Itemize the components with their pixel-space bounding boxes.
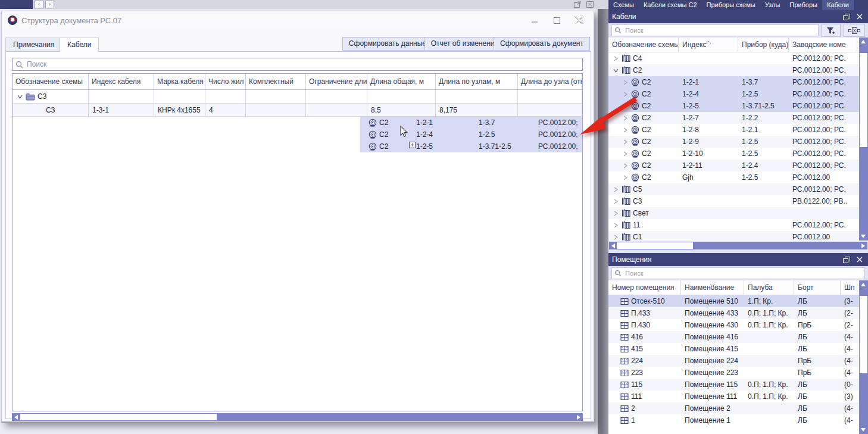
column-header[interactable]: Индекс xyxy=(679,38,738,52)
column-header[interactable]: Индекс кабеля xyxy=(89,74,154,89)
dock-tab-1[interactable]: Схемы xyxy=(608,0,639,10)
dialog-horizontal-scrollbar[interactable] xyxy=(12,413,583,421)
nav-forward-button[interactable]: › xyxy=(45,1,54,8)
dock-tab-2[interactable]: Кабели схемы С2 xyxy=(639,0,702,10)
tree-group-row[interactable]: С3РВ.0122.00; РВ.. xyxy=(608,195,868,207)
room-frames-cell: (4- xyxy=(841,416,857,424)
tree-cable-row[interactable]: С21-2-111-2.4РС.0012.00; РС. xyxy=(608,160,868,171)
dialog-search-input[interactable] xyxy=(26,60,579,69)
dock-tab-5[interactable]: Приборы xyxy=(785,0,822,10)
tree-cable-row[interactable]: С21-2-51-3.71-2.5РС.0012.00; РС. xyxy=(608,100,868,112)
expand-chevron-icon[interactable] xyxy=(612,187,619,192)
expand-chevron-icon[interactable] xyxy=(622,175,629,180)
room-row[interactable]: Отсек-510Помещение 5101.П; Кр.ЛБ(3- xyxy=(608,295,868,307)
tree-cable-row[interactable]: С21-2-81-2.1РС.0012.00; РС. xyxy=(608,124,868,136)
room-frames-text: (4- xyxy=(844,333,853,341)
nav-back-button[interactable]: ‹ xyxy=(35,1,43,8)
column-header[interactable]: Борт xyxy=(794,280,841,295)
column-header[interactable]: Прибор (куда) xyxy=(738,38,789,52)
tree-group-row[interactable]: С4РС.0012.00; РС. xyxy=(608,52,868,64)
tree-group-row[interactable]: С5РС.0012.00; РС. xyxy=(608,183,868,195)
tree-cable-row[interactable]: С21-2-101-2.5РС.0012.00; РС. xyxy=(608,148,868,160)
float-document-icon[interactable] xyxy=(573,1,582,8)
generate-document-button[interactable]: Сформировать документ xyxy=(494,37,590,51)
table-row[interactable]: С31-3-1КНРк 4х165548,58,175 xyxy=(13,104,582,117)
collapse-chevron-icon[interactable] xyxy=(612,68,619,73)
index-cell: 1-2-4 xyxy=(413,130,475,139)
column-header[interactable]: Наименование xyxy=(681,280,744,295)
room-deck-cell: 1.П; Кр. xyxy=(744,297,794,305)
column-header[interactable]: Марка кабеля xyxy=(154,74,205,89)
column-header[interactable]: Число жил xyxy=(205,74,246,89)
room-board-cell: ЛБ xyxy=(794,297,841,305)
close-button[interactable] xyxy=(570,14,588,27)
rooms-search-box[interactable] xyxy=(611,267,865,279)
generate-data-button[interactable]: Сформировать данные xyxy=(342,37,433,51)
room-row[interactable]: 111Помещение 1110.П; 1.П; Кр.ЛБ(3) xyxy=(608,391,868,402)
column-header-text: Обозначение схемы xyxy=(15,77,83,86)
column-header[interactable]: Шп xyxy=(841,280,857,295)
column-header[interactable]: Длина по узлам, м xyxy=(436,74,518,89)
tree-group-row[interactable]: 11РС.0012.00; РС. xyxy=(608,219,868,231)
room-row[interactable]: П.430Помещение 4300.П; 1.П; Кр.ПрБ(2- xyxy=(608,319,868,331)
clear-filter-button[interactable] xyxy=(844,24,865,37)
cables-panel-header: Кабели xyxy=(608,10,868,23)
column-header[interactable]: Ограничение дли xyxy=(306,74,367,89)
room-row[interactable]: 2Помещение 2ЛБ(4- xyxy=(608,402,868,414)
column-header[interactable]: Обозначение схемы xyxy=(13,74,89,89)
dialog-title-bar[interactable]: Структура документа РС.07 xyxy=(2,11,594,29)
float-panel-icon[interactable] xyxy=(842,255,851,264)
tree-group-row[interactable]: С1РС.0012.00 xyxy=(608,231,868,243)
expand-chevron-icon[interactable] xyxy=(612,211,619,216)
expand-chevron-icon[interactable] xyxy=(622,80,629,85)
dock-tab-6[interactable]: Кабели xyxy=(822,0,854,10)
close-document-icon[interactable] xyxy=(586,1,594,8)
dialog-search-box[interactable] xyxy=(12,58,583,71)
tree-cable-row[interactable]: С21-2-91-2.5РС.0012.00; РС. xyxy=(608,136,868,148)
tree-cable-row[interactable]: С2Gjh1-2.5РС.0012.00 xyxy=(608,171,868,183)
expand-chevron-icon[interactable] xyxy=(612,223,619,228)
expand-chevron-icon[interactable] xyxy=(612,235,619,240)
room-row[interactable]: 415Помещение 415ЛБ(4- xyxy=(608,343,868,355)
column-header[interactable]: Номер помещения xyxy=(608,280,681,295)
cables-search-box[interactable] xyxy=(611,24,819,36)
column-header[interactable]: Палуба xyxy=(744,280,794,295)
rooms-vertical-scrollbar[interactable] xyxy=(859,280,868,434)
group-row[interactable]: С3 xyxy=(13,90,582,104)
rooms-search-input[interactable] xyxy=(624,269,862,277)
float-panel-icon[interactable] xyxy=(842,13,851,21)
tree-group-row[interactable]: Свет xyxy=(608,207,868,219)
column-header[interactable]: Заводские номе xyxy=(789,38,857,52)
room-row[interactable]: 115Помещение 1150.П; 1.П; Кр.ЛБ(0- xyxy=(608,379,868,391)
column-header[interactable]: Длина общая, м xyxy=(367,74,436,89)
tab-notes[interactable]: Примечания xyxy=(5,38,62,51)
expand-chevron-icon[interactable] xyxy=(622,151,629,157)
close-panel-icon[interactable] xyxy=(855,255,864,264)
cables-horizontal-scrollbar[interactable] xyxy=(609,242,867,249)
tree-group-row[interactable]: С2РС.0012.00; РС. xyxy=(608,64,868,76)
close-panel-icon[interactable] xyxy=(855,13,864,21)
dock-tab-4[interactable]: Узлы xyxy=(760,0,785,10)
expand-chevron-icon[interactable] xyxy=(612,199,619,204)
maximize-button[interactable] xyxy=(548,14,566,27)
room-row[interactable]: 416Помещение 416ЛБ(4- xyxy=(608,331,868,343)
room-row[interactable]: 223Помещение 223ПрБ(4- xyxy=(608,367,868,379)
column-header[interactable]: Комплектный xyxy=(246,74,306,89)
column-header[interactable]: Обозначение схемы xyxy=(608,38,679,52)
tab-cables[interactable]: Кабели xyxy=(60,38,99,52)
tree-cable-row[interactable]: С21-2-41-2.5РС.0012.00; РС. xyxy=(608,88,868,100)
cables-vertical-scrollbar[interactable] xyxy=(859,38,868,241)
collapse-chevron-icon[interactable] xyxy=(16,95,23,99)
dock-tab-3[interactable]: Приборы схемы xyxy=(702,0,760,10)
expand-chevron-icon[interactable] xyxy=(612,56,619,61)
room-row[interactable]: 224Помещение 224ПрБ(4- xyxy=(608,355,868,367)
room-row[interactable]: 1Помещение 1ЛБ(4- xyxy=(608,414,868,426)
column-header[interactable]: Длина до узла (отк xyxy=(518,74,582,89)
room-row[interactable]: П.433Помещение 4330.П; 1.П; Кр.ЛБ(2- xyxy=(608,307,868,319)
filter-button[interactable] xyxy=(822,24,841,37)
tree-cable-row[interactable]: С21-2-71-2.2РС.0012.00; РС. xyxy=(608,112,868,124)
minimize-button[interactable] xyxy=(526,14,544,27)
tree-cable-row[interactable]: С21-2-11-3.7РС.0012.00; РС. xyxy=(608,76,868,88)
expand-chevron-icon[interactable] xyxy=(622,163,629,168)
cables-search-input[interactable] xyxy=(624,26,816,35)
